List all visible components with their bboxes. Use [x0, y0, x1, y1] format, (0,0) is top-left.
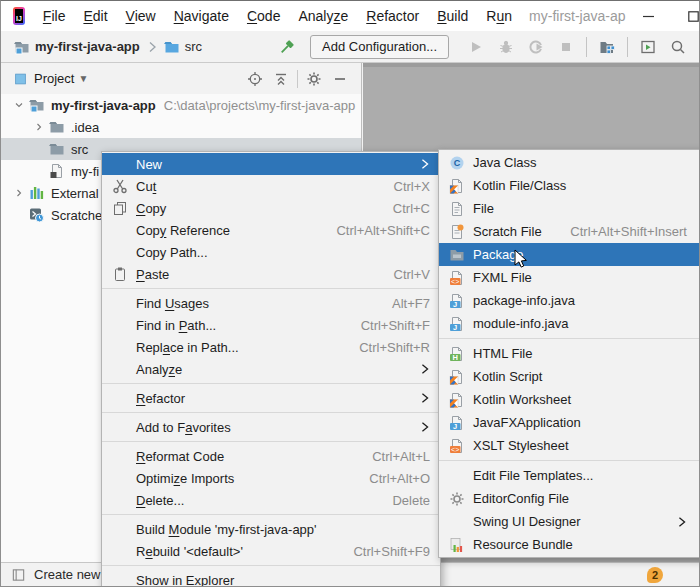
- menu-navigate[interactable]: Navigate: [165, 1, 238, 31]
- menu-item-xslt-stylesheet[interactable]: <>XSLT Stylesheet: [439, 434, 700, 457]
- menu-item-edit-file-templates[interactable]: Edit File Templates...: [439, 464, 700, 487]
- menu-separator: [102, 412, 440, 413]
- menu-item-label: Add to Favorites: [136, 420, 231, 435]
- menu-item-fxml-file[interactable]: <>FXML File: [439, 266, 700, 289]
- window-controls: [626, 1, 700, 31]
- panel-settings-button[interactable]: [301, 67, 327, 91]
- menu-item-swing-ui-designer[interactable]: Swing UI Designer: [439, 510, 700, 533]
- minimize-button[interactable]: [626, 1, 671, 31]
- intellij-app-icon: IJ: [13, 7, 25, 25]
- menu-item-package-info-java[interactable]: Jpackage-info.java: [439, 289, 700, 312]
- menu-item-analyze[interactable]: Analyze: [102, 358, 440, 380]
- project-panel-title[interactable]: Project: [34, 71, 74, 86]
- menu-item-kotlin-file-class[interactable]: Kotlin File/Class: [439, 174, 700, 197]
- menu-item-rebuild-default[interactable]: Rebuild '<default>'Ctrl+Shift+F9: [102, 540, 440, 562]
- run-anything-button[interactable]: [633, 34, 663, 60]
- menu-item-resource-bundle[interactable]: Resource Bundle: [439, 533, 700, 556]
- menu-item-refactor[interactable]: Refactor: [102, 387, 440, 409]
- add-configuration-button[interactable]: Add Configuration...: [310, 35, 449, 59]
- menu-item-javafxapplication[interactable]: JJavaFXApplication: [439, 411, 700, 434]
- breadcrumb-project[interactable]: my-first-java-app: [35, 39, 140, 54]
- menu-item-cut[interactable]: CutCtrl+X: [102, 175, 440, 197]
- breadcrumb-src[interactable]: src: [185, 39, 202, 54]
- menu-item-java-class[interactable]: CJava Class: [439, 151, 700, 174]
- shortcut-label: Ctrl+X: [394, 179, 430, 194]
- maximize-button[interactable]: [671, 1, 700, 31]
- menu-item-find-in-path[interactable]: Find in Path...Ctrl+Shift+F: [102, 314, 440, 336]
- menu-item-kotlin-worksheet[interactable]: Kotlin Worksheet: [439, 388, 700, 411]
- shortcut-label: Ctrl+Shift+F: [361, 318, 430, 333]
- run-button[interactable]: [461, 34, 491, 60]
- kotlin-file-icon: [449, 392, 465, 408]
- icon-slot: [112, 543, 128, 559]
- menu-file[interactable]: File: [34, 1, 75, 31]
- hide-panel-button[interactable]: [327, 67, 353, 91]
- menu-code[interactable]: Code: [238, 1, 289, 31]
- build-hammer-button[interactable]: [272, 34, 302, 60]
- menu-item-module-info-java[interactable]: Jmodule-info.java: [439, 312, 700, 335]
- menu-item-label: Cut: [136, 179, 156, 194]
- menu-item-label: Resource Bundle: [473, 537, 573, 552]
- menu-edit[interactable]: Edit: [74, 1, 116, 31]
- menu-run[interactable]: Run: [477, 1, 521, 31]
- menu-item-editorconfig-file[interactable]: EditorConfig File: [439, 487, 700, 510]
- collapse-all-button[interactable]: [268, 67, 294, 91]
- menu-item-copy-path[interactable]: Copy Path...: [102, 241, 440, 263]
- menu-item-optimize-imports[interactable]: Optimize ImportsCtrl+Alt+O: [102, 467, 440, 489]
- chevron-right-icon[interactable]: [9, 185, 29, 201]
- menu-item-reformat-code[interactable]: Reformat CodeCtrl+Alt+L: [102, 445, 440, 467]
- icon-slot: [112, 222, 128, 238]
- menu-item-label: Code: [247, 8, 280, 24]
- menu-analyze[interactable]: Analyze: [289, 1, 357, 31]
- chevron-right-icon[interactable]: [29, 119, 49, 135]
- menu-item-replace-in-path[interactable]: Replace in Path...Ctrl+Shift+R: [102, 336, 440, 358]
- menu-item-copy-reference[interactable]: Copy ReferenceCtrl+Alt+Shift+C: [102, 219, 440, 241]
- project-structure-icon: [599, 39, 615, 55]
- stop-button[interactable]: [551, 34, 581, 60]
- shortcut-label: Ctrl+Alt+L: [372, 449, 430, 464]
- icon-slot: [112, 317, 128, 333]
- coverage-button[interactable]: [521, 34, 551, 60]
- icon-slot: [112, 295, 128, 311]
- scissors-icon: [112, 178, 128, 194]
- menu-item-label: XSLT Stylesheet: [473, 438, 569, 453]
- menu-item-paste[interactable]: PasteCtrl+V: [102, 263, 440, 285]
- menu-build[interactable]: Build: [428, 1, 477, 31]
- main-menu-bar: FileEditViewNavigateCodeAnalyzeRefactorB…: [34, 1, 521, 31]
- menu-item-file[interactable]: File: [439, 197, 700, 220]
- locate-file-button[interactable]: [242, 67, 268, 91]
- main-toolbar: my-first-java-app src Add Configuration.…: [1, 31, 699, 63]
- notification-badge[interactable]: 2: [647, 567, 663, 583]
- debug-button[interactable]: [491, 34, 521, 60]
- menu-item-package[interactable]: Package: [439, 243, 700, 266]
- menu-item-show-in-explorer[interactable]: Show in Explorer: [102, 569, 440, 587]
- menu-separator: [102, 383, 440, 384]
- menu-refactor[interactable]: Refactor: [357, 1, 428, 31]
- search-everywhere-button[interactable]: [663, 34, 693, 60]
- tool-window-switcher-icon[interactable]: [11, 567, 26, 583]
- menu-item-add-to-favorites[interactable]: Add to Favorites: [102, 416, 440, 438]
- icon-slot: [112, 470, 128, 486]
- tree-item-idea[interactable]: .idea: [1, 116, 361, 138]
- menu-item-new[interactable]: New: [102, 153, 440, 175]
- chevron-down-icon[interactable]: [9, 97, 29, 113]
- menu-item-label: Copy Reference: [136, 223, 230, 238]
- shortcut-label: Ctrl+Alt+Shift+Insert: [570, 224, 687, 239]
- shortcut-label: Alt+F7: [392, 296, 430, 311]
- menu-item-html-file[interactable]: HHTML File: [439, 342, 700, 365]
- menu-item-label: Edit File Templates...: [473, 468, 593, 483]
- chevron-down-icon[interactable]: ▼: [78, 73, 88, 84]
- tree-item-my-first-java-app[interactable]: my-first-java-appC:\data\projects\my-fir…: [1, 94, 361, 116]
- menu-item-delete[interactable]: Delete...Delete: [102, 489, 440, 511]
- menu-item-label: File: [43, 8, 66, 24]
- icon-slot: [112, 244, 128, 260]
- menu-view[interactable]: View: [117, 1, 165, 31]
- menu-item-scratch-file[interactable]: Scratch FileCtrl+Alt+Shift+Insert: [439, 220, 700, 243]
- menu-item-kotlin-script[interactable]: Kotlin Script: [439, 365, 700, 388]
- project-structure-button[interactable]: [592, 34, 622, 60]
- resource-bundle-icon: [449, 537, 465, 553]
- menu-item-find-usages[interactable]: Find UsagesAlt+F7: [102, 292, 440, 314]
- menu-item-build-module-my-first-java-app[interactable]: Build Module 'my-first-java-app': [102, 518, 440, 540]
- menu-item-label: Replace in Path...: [136, 340, 239, 355]
- menu-item-copy[interactable]: CopyCtrl+C: [102, 197, 440, 219]
